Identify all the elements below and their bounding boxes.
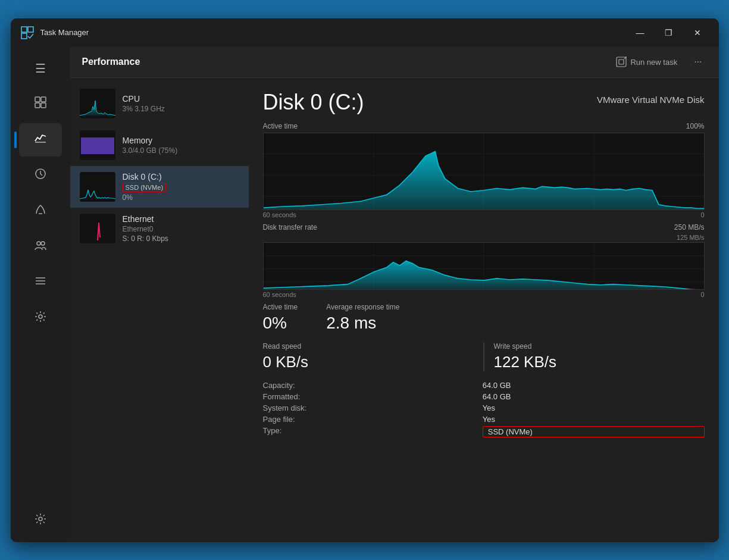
- users-icon: [34, 239, 47, 255]
- svg-rect-2: [21, 33, 27, 39]
- device-list: CPU 3% 3.19 GHz: [70, 78, 249, 542]
- maximize-button[interactable]: ❐: [657, 23, 681, 42]
- cpu-sub: 3% 3.19 GHz: [123, 105, 239, 113]
- stats-row: Active time 0% Average response time 2.8…: [263, 303, 705, 333]
- type-label: Type:: [263, 426, 473, 437]
- svg-point-10: [41, 242, 45, 245]
- sidebar-item-menu[interactable]: ☰: [19, 52, 62, 85]
- transfer-rate-chart: [263, 242, 705, 290]
- device-item-ethernet[interactable]: Ethernet Ethernet0 S: 0 R: 0 Kbps: [70, 208, 249, 249]
- run-task-label: Run new task: [630, 58, 677, 67]
- transfer-rate-label-row: Disk transfer rate 250 MB/s: [263, 223, 705, 231]
- response-time-stat-label: Average response time: [326, 303, 399, 311]
- sidebar-item-performance[interactable]: [19, 123, 62, 157]
- more-options-button[interactable]: ···: [689, 54, 706, 70]
- device-item-disk[interactable]: Disk 0 (C:) SSD (NVMe) 0%: [70, 166, 249, 208]
- cpu-name: CPU: [123, 94, 239, 104]
- disk-type-badge: SSD (NVMe): [123, 183, 167, 192]
- active-time-stat-value: 0%: [263, 314, 298, 333]
- cpu-thumbnail: [80, 89, 115, 118]
- transfer-rate-bottom: 60 seconds 0: [263, 291, 705, 298]
- active-time-stat: Active time 0%: [263, 303, 298, 333]
- disk-value: 0%: [123, 193, 239, 202]
- cpu-info: CPU 3% 3.19 GHz: [123, 94, 239, 113]
- active-time-stat-label: Active time: [263, 303, 298, 311]
- header-actions: Run new task ···: [611, 54, 706, 70]
- read-speed-block: Read speed 0 KB/s: [263, 342, 474, 371]
- run-new-task-button[interactable]: Run new task: [611, 54, 682, 70]
- services-icon: [34, 310, 47, 326]
- chart1-zero-label: 0: [700, 211, 704, 218]
- main-content: ☰: [11, 47, 719, 542]
- ethernet-thumbnail: [80, 214, 115, 243]
- page-title: Performance: [82, 57, 612, 67]
- page-file-value: Yes: [483, 415, 705, 424]
- close-button[interactable]: ✕: [686, 23, 709, 42]
- sidebar-item-details[interactable]: [19, 266, 62, 299]
- window-title: Task Manager: [40, 28, 628, 37]
- system-disk-label: System disk:: [263, 403, 473, 412]
- memory-thumbnail: [80, 130, 115, 160]
- content-header: Performance Run new task ···: [70, 47, 719, 78]
- active-time-label-row: Active time 100%: [263, 122, 705, 130]
- read-speed-label: Read speed: [263, 342, 464, 351]
- sidebar-item-history[interactable]: [19, 159, 62, 192]
- disk-thumbnail: [80, 172, 115, 202]
- minimize-button[interactable]: —: [628, 23, 652, 42]
- memory-name: Memory: [123, 136, 239, 145]
- history-icon: [34, 167, 47, 183]
- svg-point-9: [37, 242, 40, 245]
- sidebar-item-processes[interactable]: [19, 87, 62, 121]
- svg-rect-3: [35, 97, 40, 102]
- svg-rect-22: [81, 137, 114, 154]
- transfer-rate-mid-label: 125 MB/s: [263, 234, 705, 241]
- info-grid: Capacity: 64.0 GB Formatted: 64.0 GB Sys…: [263, 381, 705, 437]
- formatted-value: 64.0 GB: [483, 392, 705, 401]
- transfer-rate-max: 250 MB/s: [674, 223, 705, 231]
- response-time-stat-value: 2.8 ms: [326, 314, 399, 333]
- ethernet-sub: Ethernet0: [123, 225, 239, 233]
- title-bar: Task Manager — ❐ ✕: [11, 18, 719, 47]
- speed-row: Read speed 0 KB/s Write speed 122 KB/s: [263, 342, 705, 371]
- active-time-chart: [263, 133, 705, 210]
- svg-rect-0: [21, 27, 27, 32]
- response-time-stat: Average response time 2.8 ms: [326, 303, 399, 333]
- device-item-cpu[interactable]: CPU 3% 3.19 GHz: [70, 83, 249, 124]
- run-task-icon: [616, 57, 627, 67]
- svg-point-14: [39, 315, 42, 318]
- svg-rect-24: [80, 172, 115, 202]
- detail-title: Disk 0 (C:): [263, 90, 364, 115]
- ethernet-info: Ethernet Ethernet0 S: 0 R: 0 Kbps: [123, 214, 239, 243]
- svg-rect-4: [41, 97, 46, 102]
- task-manager-window: Task Manager — ❐ ✕ ☰: [11, 18, 719, 542]
- ethernet-value: S: 0 R: 0 Kbps: [123, 234, 239, 243]
- inner-layout: CPU 3% 3.19 GHz: [70, 78, 719, 542]
- chart2-zero-label: 0: [700, 291, 704, 298]
- memory-info: Memory 3.0/4.0 GB (75%): [123, 136, 239, 155]
- menu-icon: ☰: [35, 61, 46, 76]
- transfer-rate-label: Disk transfer rate: [263, 223, 317, 231]
- disk-name: Disk 0 (C:): [123, 172, 239, 182]
- svg-rect-6: [41, 103, 46, 108]
- active-time-max: 100%: [686, 122, 705, 130]
- svg-rect-1: [28, 27, 33, 32]
- sidebar-item-settings[interactable]: [19, 504, 62, 537]
- processes-icon: [34, 96, 47, 112]
- write-speed-value: 122 KB/s: [494, 353, 695, 371]
- capacity-value: 64.0 GB: [483, 381, 705, 390]
- capacity-label: Capacity:: [263, 381, 473, 390]
- sidebar-item-services[interactable]: [19, 302, 62, 335]
- settings-icon: [34, 512, 47, 528]
- svg-rect-5: [35, 103, 40, 108]
- sidebar-item-startup[interactable]: [19, 195, 62, 228]
- active-time-bottom: 60 seconds 0: [263, 211, 705, 218]
- device-item-memory[interactable]: Memory 3.0/4.0 GB (75%): [70, 124, 249, 166]
- detail-header: Disk 0 (C:) VMware Virtual NVMe Disk: [263, 90, 705, 115]
- active-time-section: Active time 100%: [263, 122, 705, 218]
- details-icon: [34, 274, 47, 290]
- task-manager-icon: [20, 26, 35, 40]
- performance-icon: [34, 132, 47, 148]
- sidebar-item-users[interactable]: [19, 230, 62, 264]
- ethernet-name: Ethernet: [123, 214, 239, 224]
- svg-point-15: [39, 517, 42, 521]
